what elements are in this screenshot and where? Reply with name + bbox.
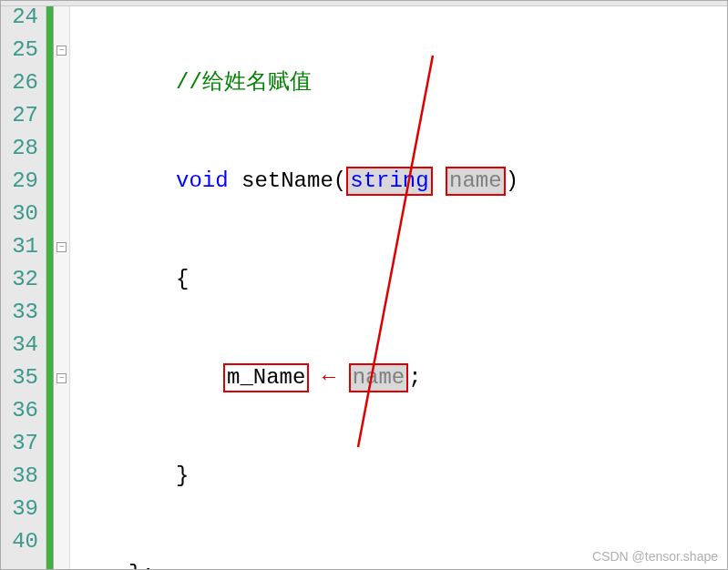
paren-close: ) [506, 168, 518, 193]
watermark: CSDN @tensor.shape [592, 549, 718, 564]
function-name: setName( [229, 168, 347, 193]
line-number: 32 [1, 263, 38, 296]
keyword-void: void [176, 168, 229, 193]
line-number: 40 [1, 525, 38, 558]
annotation-box-param-name: name [446, 167, 506, 196]
line-number: 31 [1, 230, 38, 263]
annotation-box-lhs: m_Name [223, 363, 309, 392]
code-editor: 24 25 26 27 28 29 30 31 32 33 34 35 36 3… [1, 1, 727, 569]
line-number: 29 [1, 165, 38, 198]
arrow-icon: ← [323, 365, 335, 390]
line-number: 33 [1, 296, 38, 329]
class-close: }; [128, 562, 155, 570]
line-number: 38 [1, 460, 38, 493]
line-number: 25 [1, 34, 38, 66]
line-number: 34 [1, 329, 38, 361]
line-number: 26 [1, 66, 38, 99]
fold-toggle-icon[interactable]: − [56, 46, 67, 56]
line-number: 36 [1, 394, 38, 427]
fold-column: − − − [54, 1, 70, 569]
code-area[interactable]: //给姓名赋值 void setName(string name) { m_Na… [70, 1, 727, 569]
annotation-box-string: string [346, 167, 432, 196]
brace-close: } [176, 463, 189, 488]
fold-toggle-icon[interactable]: − [56, 242, 67, 252]
comment: //给姓名赋值 [176, 70, 312, 95]
brace-open: { [176, 267, 189, 291]
line-number: 30 [1, 198, 38, 230]
line-number: 28 [1, 132, 38, 165]
line-number-gutter: 24 25 26 27 28 29 30 31 32 33 34 35 36 3… [1, 1, 46, 569]
change-marker-column [46, 1, 54, 569]
semicolon: ; [408, 365, 421, 390]
line-number: 37 [1, 427, 38, 460]
fold-toggle-icon[interactable]: − [56, 373, 67, 383]
line-number: 27 [1, 99, 38, 132]
line-number: 39 [1, 493, 38, 525]
line-number: 35 [1, 361, 38, 394]
annotation-box-rhs: name [349, 363, 409, 392]
